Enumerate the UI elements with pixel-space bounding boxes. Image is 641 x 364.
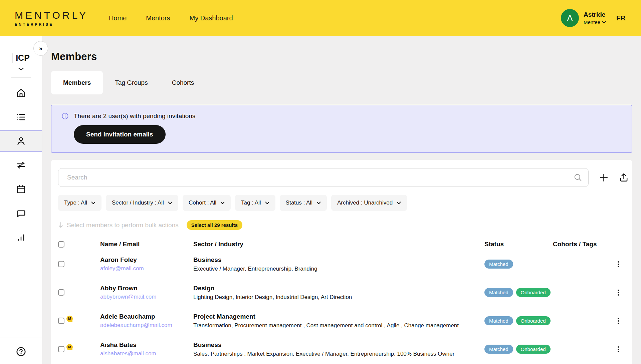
add-member-button[interactable] [599, 172, 609, 183]
tab-cohorts[interactable]: Cohorts [160, 71, 206, 94]
sidebar-item-sessions[interactable] [0, 178, 42, 200]
status-badge: Onboarded [516, 288, 551, 297]
export-button[interactable] [619, 172, 629, 183]
members-card: Type : AllSector / Industry : AllCohort … [51, 160, 632, 364]
row-menu-button[interactable] [612, 290, 625, 296]
members-icon [16, 136, 26, 146]
filter-chip[interactable]: Cohort : All [183, 195, 231, 211]
reports-icon [16, 232, 26, 243]
select-all-button[interactable]: Select all 29 results [187, 220, 242, 230]
status-badges: MatchedOnboarded [484, 345, 612, 354]
filter-chip[interactable]: Sector / Industry : All [106, 195, 178, 211]
mentor-badge: M [66, 316, 73, 322]
status-badge: Matched [484, 288, 513, 297]
status-badges: MatchedOnboarded [484, 288, 612, 297]
status-badges: MatchedOnboarded [484, 316, 612, 325]
filter-chip[interactable]: Type : All [58, 195, 101, 211]
row-menu-button[interactable] [612, 261, 625, 267]
row-checkbox[interactable] [58, 261, 64, 267]
sidebar-item-help[interactable] [15, 341, 27, 362]
col-status: Status [484, 241, 553, 248]
sidebar: » ICP [0, 36, 42, 364]
nav-my-dashboard[interactable]: My Dashboard [190, 14, 233, 22]
list-icon [16, 112, 26, 122]
member-email[interactable]: abbybrown@mail.com [100, 294, 193, 300]
org-selector[interactable]: ICP [12, 53, 30, 71]
filter-chip[interactable]: Status : All [280, 195, 327, 211]
member-email[interactable]: afoley@mail.com [100, 265, 193, 272]
sidebar-item-reports[interactable] [0, 226, 42, 248]
filter-chip[interactable]: Archived : Unarchived [331, 195, 407, 211]
sidebar-divider [11, 77, 31, 78]
brand-subtitle: ENTERPRISE [15, 22, 88, 26]
member-name: Aisha Bates [100, 341, 193, 349]
chevron-down-icon [168, 202, 172, 205]
main-nav: Home Mentors My Dashboard [109, 14, 233, 22]
chevron-down-icon [602, 21, 606, 24]
filter-bar: Type : AllSector / Industry : AllCohort … [58, 195, 625, 211]
user-role-label: Mentee [584, 19, 600, 25]
member-email[interactable]: aishabates@mail.com [100, 350, 193, 357]
member-email[interactable]: adelebeauchamp@mail.com [100, 322, 193, 329]
member-rows: Aaron Foley afoley@mail.com Business Exe… [58, 250, 625, 363]
help-icon [15, 346, 27, 357]
search-input[interactable] [58, 168, 589, 187]
info-icon [61, 112, 69, 120]
select-all-checkbox[interactable] [58, 241, 64, 248]
plus-icon [599, 172, 609, 183]
sidebar-item-messages[interactable] [0, 202, 42, 224]
tabs: Members Tag Groups Cohorts [51, 71, 632, 94]
table-header: Name / Email Sector / Industry Status Co… [58, 239, 625, 250]
upload-icon [619, 172, 629, 183]
row-menu-button[interactable] [612, 318, 625, 324]
row-menu-button[interactable] [612, 346, 625, 352]
arrow-down-icon [58, 222, 63, 229]
row-checkbox[interactable] [58, 318, 64, 324]
sidebar-item-home[interactable] [0, 82, 42, 104]
chevron-down-icon [397, 202, 401, 205]
table-row: Aaron Foley afoley@mail.com Business Exe… [58, 250, 625, 278]
home-icon [16, 88, 26, 98]
calendar-icon [16, 184, 26, 195]
table-row: M Adele Beauchamp adelebeauchamp@mail.co… [58, 307, 625, 335]
bulk-hint: Select members to perform bulk actions [58, 222, 179, 229]
user-name: Astride [584, 11, 606, 18]
member-detail: Transformation, Procurement management ,… [193, 322, 484, 329]
row-checkbox[interactable] [58, 289, 64, 296]
member-sector: Business [193, 256, 484, 264]
sidebar-divider [0, 338, 42, 338]
nav-mentors[interactable]: Mentors [146, 14, 170, 22]
user-role-dropdown[interactable]: Mentee [584, 19, 606, 25]
member-detail: Sales, Partnerships , Market Expansion, … [193, 351, 484, 357]
nav-home[interactable]: Home [109, 14, 127, 22]
row-checkbox[interactable] [58, 346, 64, 352]
status-badge: Onboarded [516, 345, 551, 354]
sidebar-item-matches[interactable] [0, 154, 42, 176]
status-badge: Matched [484, 260, 513, 269]
tab-tag-groups[interactable]: Tag Groups [103, 71, 160, 94]
status-badge: Onboarded [516, 316, 551, 325]
status-badge: Matched [484, 316, 513, 325]
brand-logo[interactable]: MENTORLY ENTERPRISE [15, 10, 88, 26]
chevron-down-icon [91, 202, 95, 205]
col-name-email: Name / Email [100, 241, 193, 248]
search-icon[interactable] [573, 173, 583, 182]
user-cluster: A Astride Mentee FR [561, 9, 626, 27]
user-meta: Astride Mentee [584, 11, 606, 25]
send-invitations-button[interactable]: Send invitation emails [74, 125, 166, 144]
tab-members[interactable]: Members [51, 71, 103, 94]
sidebar-expand-button[interactable]: » [33, 41, 48, 56]
chevron-down-icon [18, 67, 24, 71]
sidebar-item-members[interactable] [0, 130, 42, 152]
search-row [58, 168, 625, 187]
col-cohorts-tags: Cohorts / Tags [553, 241, 612, 248]
user-avatar[interactable]: A [561, 9, 579, 27]
sidebar-item-list[interactable] [0, 106, 42, 128]
sidebar-nav [0, 81, 42, 249]
language-switcher[interactable]: FR [616, 14, 626, 22]
filter-chip[interactable]: Tag : All [235, 195, 275, 211]
chevron-down-icon [316, 202, 321, 205]
col-sector-industry: Sector / Industry [193, 241, 484, 248]
member-sector: Business [193, 341, 484, 349]
status-badges: Matched [484, 260, 612, 269]
